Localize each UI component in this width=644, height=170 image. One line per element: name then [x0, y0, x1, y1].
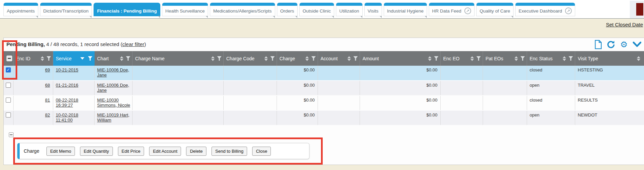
- row-checkbox[interactable]: [6, 83, 11, 88]
- empty-cell: [132, 95, 223, 110]
- sort-icon[interactable]: [515, 56, 518, 61]
- filter-funnel-icon[interactable]: [46, 56, 51, 61]
- column-header-charge-name[interactable]: Charge Name: [132, 51, 223, 66]
- filter-funnel-icon[interactable]: [568, 56, 573, 61]
- grid-toolbar: ⚙: [595, 39, 641, 49]
- table-row[interactable]: 69 10-21-2015 MIE-10006 Doe, Jane $0.00 …: [4, 66, 644, 81]
- refresh-icon[interactable]: [607, 40, 615, 49]
- visit-type-value: NEWDOT: [575, 110, 644, 125]
- column-header-chart[interactable]: Chart: [94, 51, 132, 66]
- chart-link[interactable]: MIE-10019 Hart, William: [97, 112, 129, 123]
- enc-status-value: closed: [527, 66, 575, 81]
- column-header-enc-id[interactable]: Enc ID: [13, 51, 53, 66]
- column-header-enc-eo[interactable]: Enc EO: [440, 51, 483, 66]
- chart-link[interactable]: MIE-10006 Doe, Jane: [97, 83, 129, 93]
- empty-cell: [440, 66, 483, 81]
- filter-funnel-icon[interactable]: [353, 56, 358, 61]
- enc-id-link[interactable]: 69: [45, 67, 50, 72]
- tab-label: Health Surveillance: [165, 8, 205, 14]
- new-document-icon[interactable]: [595, 40, 602, 49]
- sort-icon[interactable]: [305, 56, 309, 61]
- table-row[interactable]: 81 08-22-2018 16:39:27 MIE-10030 Simmons…: [4, 95, 644, 110]
- tab-orders[interactable]: Orders: [277, 3, 298, 16]
- edit-quantity-button[interactable]: Edit Quantity: [80, 147, 113, 156]
- tab-visits[interactable]: Visits: [364, 3, 382, 16]
- collapse-row-toggle[interactable]: [9, 132, 14, 137]
- charge-value: $0.00: [277, 95, 318, 110]
- sort-icon[interactable]: [637, 56, 640, 61]
- sort-icon[interactable]: [428, 56, 431, 61]
- row-checkbox[interactable]: [6, 112, 11, 118]
- empty-cell: [318, 95, 360, 110]
- select-all-checkbox[interactable]: [6, 56, 12, 61]
- column-header-charge[interactable]: Charge: [277, 51, 318, 66]
- set-closed-date-link[interactable]: Set Closed Date: [606, 22, 643, 27]
- empty-cell: [223, 110, 277, 125]
- filter-funnel-icon[interactable]: [311, 56, 316, 61]
- visit-type-value: TRAVEL: [575, 81, 644, 95]
- tab-medications-allergies-scripts[interactable]: Medications/Allergies/Scripts: [210, 3, 275, 16]
- sort-icon[interactable]: [211, 56, 215, 61]
- column-header-visit-type[interactable]: Visit Type: [575, 51, 644, 66]
- column-header-charge-code[interactable]: Charge Code: [223, 51, 277, 66]
- sort-icon[interactable]: [264, 56, 268, 61]
- delete-button[interactable]: Delete: [186, 147, 206, 156]
- sort-icon[interactable]: [470, 56, 474, 61]
- service-link[interactable]: 10-21-2015: [56, 67, 79, 72]
- row-checkbox[interactable]: [6, 98, 11, 103]
- tab-utilization[interactable]: Utilization: [336, 3, 363, 16]
- tab-financials-pending-billing[interactable]: Financials : Pending Billing: [94, 3, 160, 16]
- chart-link[interactable]: MIE-10006 Doe, Jane: [97, 67, 129, 78]
- tab-outside-clinic[interactable]: Outside Clinic: [299, 3, 334, 16]
- column-header-enc-status[interactable]: Enc Status: [527, 51, 575, 66]
- enc-id-link[interactable]: 81: [45, 98, 50, 103]
- sort-icon[interactable]: [563, 56, 566, 61]
- tab-quality-of-care[interactable]: Quality of Care: [476, 3, 514, 16]
- service-link[interactable]: 10-02-2018 11:41:00: [56, 112, 79, 123]
- amount-value: $0.00: [360, 110, 440, 125]
- column-header-amount[interactable]: Amount: [360, 51, 440, 66]
- enc-status-value: closed: [527, 95, 575, 110]
- tab-industrial-hygiene[interactable]: Industrial Hygiene: [384, 3, 427, 16]
- chart-link[interactable]: MIE-10030 Simmons, Nicole: [97, 98, 130, 108]
- pending-billing-grid-panel: Pending Billing, 4 / 48 records, 1 recor…: [3, 38, 644, 165]
- filter-funnel-icon[interactable]: [217, 56, 222, 61]
- clear-filter-link[interactable]: clear filter: [122, 41, 144, 47]
- tab-appointments[interactable]: Appointments: [3, 3, 38, 16]
- column-header-pat-eos[interactable]: Pat EOs: [483, 51, 527, 66]
- service-link[interactable]: 01-21-2016: [56, 83, 79, 88]
- tab-label: Visits: [368, 8, 379, 14]
- tab-hr-data-feed[interactable]: HR Data Feed↗: [429, 3, 475, 16]
- close-button[interactable]: Close: [252, 147, 271, 156]
- filter-funnel-icon[interactable]: [270, 56, 275, 61]
- tab-label: Industrial Hygiene: [387, 8, 424, 14]
- tab-dictation-transcription[interactable]: Dictation/Transcription: [40, 3, 92, 16]
- table-row[interactable]: 68 01-21-2016 MIE-10006 Doe, Jane $0.00 …: [4, 81, 644, 95]
- row-checkbox[interactable]: [6, 67, 11, 72]
- enc-id-link[interactable]: 82: [45, 112, 50, 118]
- column-header-service[interactable]: Service: [53, 51, 94, 66]
- send-to-billing-button[interactable]: Send to Billing: [212, 147, 247, 156]
- edit-price-button[interactable]: Edit Price: [118, 147, 144, 156]
- filter-funnel-icon[interactable]: [88, 56, 93, 61]
- amount-value: $0.00: [360, 66, 440, 81]
- column-header-account[interactable]: Account: [318, 51, 360, 66]
- filter-funnel-icon[interactable]: [476, 56, 481, 61]
- tab-executive-dashboard[interactable]: Executive Dashboard↗: [515, 3, 575, 16]
- sort-icon[interactable]: [347, 56, 351, 61]
- service-link[interactable]: 08-22-2018 16:39:27: [56, 98, 79, 108]
- sort-desc-icon[interactable]: [80, 57, 84, 60]
- edit-account-button[interactable]: Edit Account: [149, 147, 181, 156]
- settings-gear-icon[interactable]: ⚙: [620, 40, 628, 49]
- table-row[interactable]: 82 10-02-2018 11:41:00 MIE-10019 Hart, W…: [4, 110, 644, 125]
- sort-icon[interactable]: [120, 56, 123, 61]
- collapse-chevron-icon[interactable]: [633, 42, 641, 47]
- edit-memo-button[interactable]: Edit Memo: [46, 147, 75, 156]
- tab-health-surveillance[interactable]: Health Surveillance: [162, 3, 208, 16]
- filter-funnel-icon[interactable]: [126, 56, 130, 61]
- filter-funnel-icon[interactable]: [434, 56, 439, 61]
- filter-funnel-icon[interactable]: [520, 56, 525, 61]
- charge-value: $0.00: [277, 110, 318, 125]
- enc-id-link[interactable]: 68: [45, 83, 50, 88]
- sort-icon[interactable]: [41, 56, 44, 61]
